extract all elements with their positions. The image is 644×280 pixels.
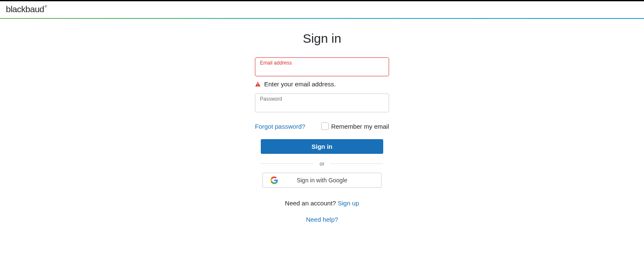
svg-rect-0 [257,83,258,85]
signin-button[interactable]: Sign in [261,139,383,154]
google-signin-button[interactable]: Sign in with Google [262,173,382,188]
page-title: Sign in [303,31,341,46]
signin-form: Email address Enter your email address. … [255,57,389,223]
need-help-link[interactable]: Need help? [306,216,338,223]
header: blackbaud® [0,1,644,18]
main-content: Sign in Email address Enter your email a… [0,19,644,223]
password-input[interactable] [255,93,389,112]
options-row: Forgot password? Remember my email [255,122,389,130]
divider-line-left [261,163,314,164]
help-row: Need help? [255,216,389,223]
email-error-row: Enter your email address. [255,80,389,88]
remember-checkbox[interactable] [321,122,329,130]
signup-row: Need an account? Sign up [255,200,389,207]
google-button-text: Sign in with Google [263,177,381,184]
forgot-password-link[interactable]: Forgot password? [255,123,305,130]
brand-text: blackbaud [6,4,44,14]
email-input[interactable] [255,57,389,76]
need-account-text: Need an account? [285,200,338,207]
password-field-wrap: Password [255,93,389,112]
remember-label: Remember my email [331,123,389,130]
divider: or [261,161,383,167]
svg-rect-1 [257,85,258,86]
warning-icon [255,81,261,87]
google-icon [270,176,278,184]
divider-line-right [330,163,383,164]
remember-wrap: Remember my email [321,122,389,130]
divider-text: or [314,161,330,167]
email-error-text: Enter your email address. [264,80,336,88]
signup-link[interactable]: Sign up [338,200,359,207]
email-field-wrap: Email address [255,57,389,76]
registered-mark: ® [44,5,47,8]
brand-logo: blackbaud® [6,4,47,14]
